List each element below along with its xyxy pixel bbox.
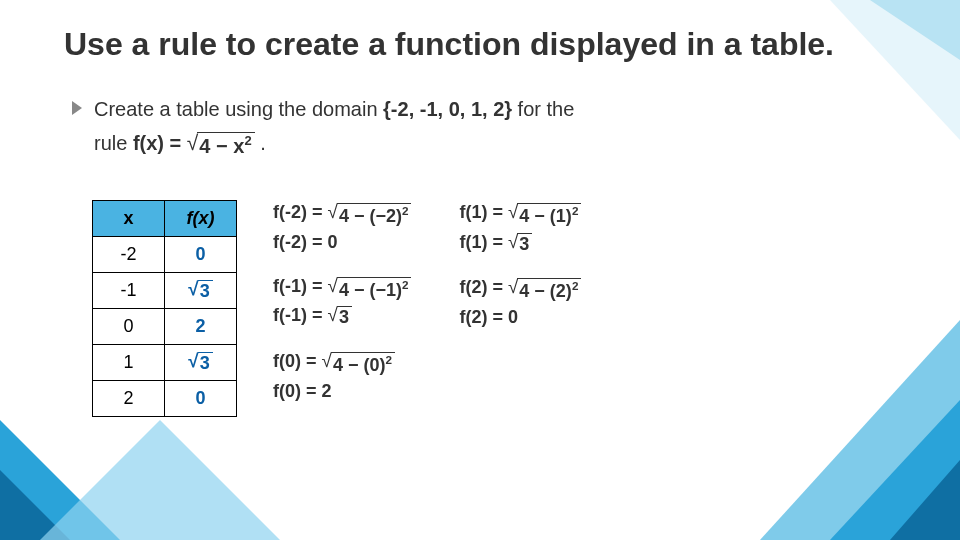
work-line: f(0) = 2 [273, 379, 411, 403]
col-header-fx: f(x) [165, 201, 237, 237]
cell-fx: √3 [165, 345, 237, 381]
slide-title: Use a rule to create a function displaye… [64, 24, 896, 64]
work-group: f(-2) = √4 − (−2)2f(-2) = 0 [273, 200, 411, 256]
bullet-mid: for the [518, 98, 575, 120]
cell-x: 0 [93, 309, 165, 345]
rule-exp: 2 [244, 133, 251, 148]
worked-computations: f(-2) = √4 − (−2)2f(-2) = 0f(-1) = √4 − … [273, 200, 581, 405]
bullet-item: Create a table using the domain {-2, -1,… [72, 94, 896, 158]
work-line: f(-2) = 0 [273, 230, 411, 254]
cell-x: 2 [93, 381, 165, 417]
cell-fx: 2 [165, 309, 237, 345]
bullet-domain: {-2, -1, 0, 1, 2} [383, 98, 512, 120]
cell-fx: 0 [165, 237, 237, 273]
rule-lhs: f(x) = [133, 132, 187, 154]
bullet-line2-prefix: rule [94, 132, 133, 154]
cell-fx: 0 [165, 381, 237, 417]
work-line: f(1) = √3 [459, 230, 581, 256]
cell-fx: √3 [165, 273, 237, 309]
work-line: f(-1) = √3 [273, 303, 411, 329]
work-line: f(0) = √4 − (0)2 [273, 349, 411, 377]
work-line: f(2) = 0 [459, 305, 581, 329]
work-line: f(1) = √4 − (1)2 [459, 200, 581, 228]
table-row: -1√3 [93, 273, 237, 309]
work-group: f(2) = √4 − (2)2f(2) = 0 [459, 275, 581, 331]
svg-marker-2 [40, 420, 280, 540]
cell-x: -2 [93, 237, 165, 273]
table-row: 20 [93, 381, 237, 417]
table-row: 1√3 [93, 345, 237, 381]
bullet-text: Create a table using the domain {-2, -1,… [94, 94, 574, 158]
work-group: f(1) = √4 − (1)2f(1) = √3 [459, 200, 581, 257]
bullet-icon [72, 101, 82, 115]
bullet-prefix: Create a table using the domain [94, 98, 383, 120]
col-header-x: x [93, 201, 165, 237]
cell-x: 1 [93, 345, 165, 381]
rule-sqrt: √ 4 − x2 [187, 132, 255, 158]
work-line: f(-1) = √4 − (−1)2 [273, 274, 411, 302]
work-group: f(0) = √4 − (0)2f(0) = 2 [273, 349, 411, 405]
table-header-row: x f(x) [93, 201, 237, 237]
cell-x: -1 [93, 273, 165, 309]
table-row: -20 [93, 237, 237, 273]
work-group: f(-1) = √4 − (−1)2f(-1) = √3 [273, 274, 411, 331]
work-line: f(-2) = √4 − (−2)2 [273, 200, 411, 228]
table-row: 02 [93, 309, 237, 345]
work-line: f(2) = √4 − (2)2 [459, 275, 581, 303]
rule-radicand: 4 − x [199, 135, 244, 157]
bullet-suffix: . [260, 132, 266, 154]
function-table: x f(x) -20-1√3021√320 [92, 200, 237, 417]
